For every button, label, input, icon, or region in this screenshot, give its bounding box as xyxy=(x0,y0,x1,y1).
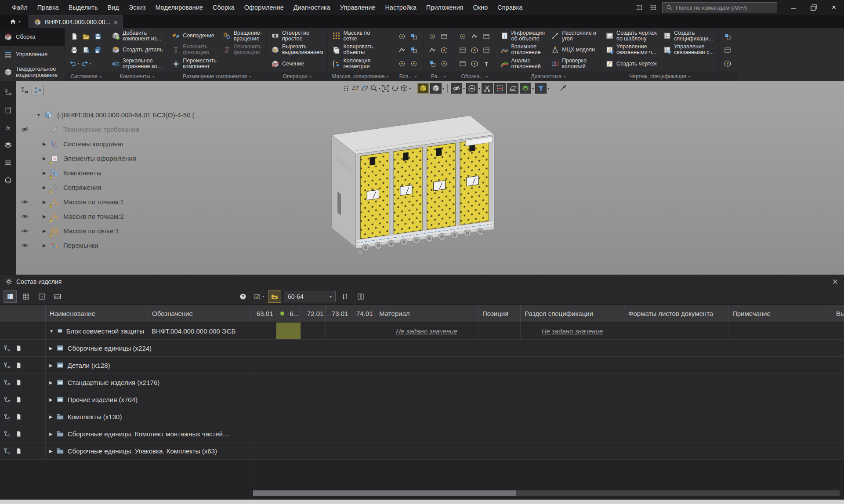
deviation-analysis-button[interactable]: Анализ отклонений xyxy=(498,57,548,71)
column-header[interactable] xyxy=(0,305,46,322)
marking-icon[interactable] xyxy=(482,46,490,54)
column-header[interactable]: Материал xyxy=(375,305,478,322)
ribbon-group-label[interactable]: Диагностика▾ xyxy=(496,72,601,81)
sphere-panel-icon[interactable] xyxy=(3,175,13,185)
column-header[interactable]: Форматы листов документа xyxy=(624,305,728,322)
panel-close-button[interactable] xyxy=(832,278,839,285)
open-document-icon[interactable] xyxy=(82,33,90,40)
tab-close-icon[interactable]: × xyxy=(114,19,118,25)
home-tab[interactable]: ▾ xyxy=(4,15,26,28)
tree-composition-icon[interactable] xyxy=(32,85,43,95)
bom-group-row[interactable]: ▶Сборочные единицы. Упаковка. Комплекты … xyxy=(0,442,844,460)
expand-arrow-icon[interactable]: ▶ xyxy=(49,414,53,419)
geometry-collection-button[interactable]: Коллекция геометрии xyxy=(330,57,375,71)
menu-item-4[interactable]: Эскиз xyxy=(124,0,151,15)
eye-icon[interactable] xyxy=(19,227,30,235)
section-view-icon[interactable] xyxy=(494,83,506,94)
mutual-deviation-button[interactable]: Взаимное отклонение xyxy=(498,43,548,57)
placement-plane-icon[interactable] xyxy=(361,84,369,92)
tree-item[interactable]: ▶Массив по точкам:1 xyxy=(16,195,254,209)
menu-item-13[interactable]: Справка xyxy=(493,0,527,15)
tree-item[interactable]: ▶AЭлементы оформления xyxy=(16,151,254,166)
document-tab[interactable]: ВНФТ.004.000.000.00... × xyxy=(29,15,123,28)
ribbon-group-label[interactable]: Компоненты▾ xyxy=(107,72,167,81)
scrollbar-thumb[interactable] xyxy=(253,490,516,496)
section-button[interactable]: Сечение xyxy=(268,57,326,71)
drawing-template-button[interactable]: Создать чертеж по шаблону xyxy=(603,29,659,43)
shaded-display-icon[interactable] xyxy=(417,83,429,94)
copy-objects-button[interactable]: Копировать объекты xyxy=(330,43,375,57)
column-header[interactable]: Примечание xyxy=(728,305,832,322)
ribbon-group-label[interactable]: Системная▾ xyxy=(65,72,107,81)
column-header[interactable]: -72.01 xyxy=(301,305,326,322)
grid-pattern-button[interactable]: Массив по сетке xyxy=(330,29,375,43)
viewport[interactable]: ▾▾▾▾▾▾▾ ▼(-)ВНФТ.004.000.000.000-64.01 Б… xyxy=(16,81,844,275)
bom-group-row[interactable]: ▶Сборочные единицы (x224) xyxy=(0,340,844,357)
tree-mode-icon[interactable] xyxy=(18,85,30,95)
mate-coincidence-button[interactable]: Совпадение xyxy=(169,29,219,43)
ribbon-group-label[interactable]: Размещение компонентов▾ xyxy=(167,72,266,81)
create-part-button[interactable]: Создать деталь xyxy=(109,43,165,57)
datum-designation-icon[interactable] xyxy=(471,33,478,40)
bom-group-row[interactable]: ▶Сборочные единицы. Комплект монтажных ч… xyxy=(0,425,844,442)
table-view-toggle-icon[interactable] xyxy=(19,290,33,303)
expand-arrow-icon[interactable]: ▶ xyxy=(49,363,53,368)
helix-icon[interactable] xyxy=(410,46,418,54)
ribbon-group-label[interactable]: Обозна...▾ xyxy=(454,72,496,81)
menu-item-9[interactable]: Управление xyxy=(335,0,380,15)
expand-arrow-icon[interactable]: ▶ xyxy=(43,243,51,248)
expand-arrow-icon[interactable]: ▶ xyxy=(49,346,53,351)
sort-icon[interactable] xyxy=(338,290,351,303)
disable-fix-button[interactable]: Отключить фиксацию xyxy=(220,43,264,57)
polyline-icon[interactable] xyxy=(398,60,406,68)
linked-specifications-button[interactable]: Управление связанными с... xyxy=(660,43,717,57)
column-header[interactable]: -74.01 xyxy=(350,305,375,322)
clip-plane-icon[interactable] xyxy=(507,83,518,94)
eye-icon[interactable] xyxy=(19,198,30,206)
simple-hole-button[interactable]: Отверстие простое xyxy=(268,29,326,43)
3d-model-assembly[interactable] xyxy=(324,108,500,261)
layout-grid-icon[interactable] xyxy=(648,4,658,11)
maximize-button[interactable] xyxy=(804,0,824,15)
new-document-icon[interactable] xyxy=(70,33,78,40)
ribbon-group-label[interactable]: Ра...▾ xyxy=(424,72,453,81)
object-info-button[interactable]: iИнформация об объекте xyxy=(498,29,548,43)
bom-row-main[interactable]: ▼Блок совместной защитыВНФТ.004.000.000.… xyxy=(0,323,844,340)
tree-item[interactable]: Технические требования xyxy=(16,122,254,137)
structure-panel-icon[interactable] xyxy=(3,87,13,97)
expand-arrow-icon[interactable]: ▶ xyxy=(49,431,53,436)
orientation-icon[interactable]: ▾ xyxy=(400,84,411,92)
redo-icon[interactable]: ▾ xyxy=(81,60,91,68)
eye-icon[interactable] xyxy=(19,242,30,249)
layers-panel-icon[interactable] xyxy=(3,140,13,150)
expand-arrow-icon[interactable]: ▶ xyxy=(49,397,53,402)
menu-item-5[interactable]: Моделирование xyxy=(151,0,208,15)
tree-item[interactable]: ▶Компоненты xyxy=(16,166,254,180)
menu-item-3[interactable]: Вид xyxy=(103,0,124,15)
tolerance-frame-icon[interactable] xyxy=(459,46,467,54)
save-icon[interactable] xyxy=(94,33,102,40)
zoom-icon[interactable]: ▾ xyxy=(370,84,380,92)
column-settings-icon[interactable] xyxy=(354,290,367,303)
collapse-arrow-icon[interactable]: ▼ xyxy=(49,329,54,334)
sketch-plane-icon[interactable] xyxy=(351,84,359,92)
ribbon-group-label[interactable]: Массив, копирование▾ xyxy=(328,72,392,81)
tree-item[interactable]: ▶Сопряжения xyxy=(16,180,254,195)
angle-dimension-icon[interactable] xyxy=(440,33,448,40)
fit-all-icon[interactable] xyxy=(382,84,390,92)
column-header[interactable]: Наименование xyxy=(46,305,148,322)
ribbon-group-label[interactable]: Чертеж, спецификация▾ xyxy=(601,72,718,81)
settings-edit-icon[interactable] xyxy=(724,33,732,40)
linked-drawings-button[interactable]: Управление связанными ч... xyxy=(603,43,659,57)
range-filter-combo[interactable]: 60-64▾ xyxy=(284,291,336,302)
ribbon-group-label[interactable] xyxy=(719,72,737,81)
column-header[interactable]: Обозначение xyxy=(148,305,250,322)
menu-item-2[interactable]: Выделить xyxy=(64,0,103,15)
bom-group-row[interactable]: ▶Комплекты (x130) xyxy=(0,408,844,425)
eye-icon[interactable] xyxy=(19,213,30,220)
cut-extrude-button[interactable]: Вырезать выдавливанием xyxy=(268,43,326,57)
ribbon-mode-1[interactable]: Управление xyxy=(0,46,65,63)
column-header[interactable]: -6... xyxy=(276,305,301,322)
enable-fix-button[interactable]: Включить фиксацию xyxy=(169,43,219,57)
command-search-input[interactable]: Поиск по командам (Alt+/) xyxy=(662,2,777,13)
